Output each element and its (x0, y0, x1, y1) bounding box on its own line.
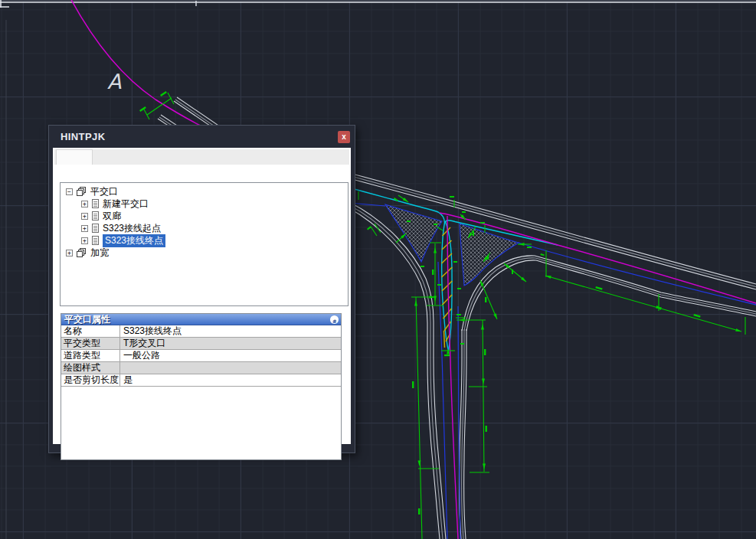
collapse-box-icon[interactable]: − (66, 188, 73, 195)
tree-item-s323-end[interactable]: + S323接线终点 (61, 234, 348, 247)
tree-item-label: 平交口 (90, 185, 118, 198)
collapse-circle-icon[interactable]: » (330, 315, 339, 324)
tab-strip (54, 149, 349, 165)
layers-icon (77, 248, 87, 258)
tree-item-label: 新建平交口 (103, 198, 149, 211)
tree-item-pingjiaokou[interactable]: − 平交口 (61, 185, 348, 198)
expand-box-icon[interactable]: + (81, 237, 88, 244)
expand-box-icon[interactable]: + (81, 201, 88, 207)
tree-item-label: 加宽 (90, 247, 109, 260)
close-icon[interactable]: x (338, 131, 350, 143)
property-label: 绘图样式 (61, 362, 120, 374)
dialog-body: − 平交口 + 新建平交口 + 双廊 + S323接线起点 (53, 148, 351, 444)
property-grid: 平交口属性 » 名称 S323接线终点 平交类型 T形交叉口 道路类型 一般公路… (61, 313, 342, 460)
dialog-tab[interactable] (56, 149, 93, 165)
property-value[interactable]: S323接线终点 (120, 325, 341, 337)
tree-item-shuanglang[interactable]: + 双廊 (61, 210, 348, 222)
expand-box-icon[interactable]: + (81, 213, 88, 220)
tree-item-label-selected: S323接线终点 (103, 234, 165, 247)
cad-workspace: A (0, 0, 756, 539)
dialog-title: HINTPJK (61, 131, 105, 142)
property-value[interactable]: T形交叉口 (120, 338, 341, 349)
intersection-tree[interactable]: − 平交口 + 新建平交口 + 双廊 + S323接线起点 (60, 182, 349, 306)
layers-icon (77, 187, 87, 197)
property-value[interactable] (120, 362, 341, 374)
property-grid-title: 平交口属性 (64, 314, 110, 325)
document-icon (92, 211, 99, 220)
property-label: 名称 (61, 325, 120, 337)
property-label: 平交类型 (61, 338, 120, 349)
property-row-clip-length: 是否剪切长度 是 (61, 374, 341, 387)
tree-item-label: 双廊 (103, 210, 121, 223)
dialog-title-bar[interactable]: HINTPJK (49, 126, 355, 148)
property-value[interactable]: 是 (120, 374, 341, 386)
expand-box-icon[interactable]: + (81, 225, 88, 232)
channelization-island-left (385, 204, 442, 262)
property-label: 是否剪切长度 (61, 374, 120, 386)
property-value[interactable]: 一般公路 (120, 350, 341, 361)
property-row-name: 名称 S323接线终点 (61, 325, 341, 338)
expand-box-icon[interactable]: + (66, 250, 73, 256)
property-row-road-type: 道路类型 一般公路 (61, 350, 341, 362)
property-label: 道路类型 (61, 350, 120, 361)
property-row-draw-style: 绘图样式 (61, 362, 341, 374)
property-grid-header: 平交口属性 » (61, 314, 341, 325)
label-a: A (107, 70, 122, 93)
document-icon (92, 199, 99, 208)
tree-item-label: S323接线起点 (103, 222, 161, 235)
document-icon (92, 224, 99, 233)
property-row-type: 平交类型 T形交叉口 (61, 338, 341, 350)
tree-item-jiakuan[interactable]: + 加宽 (61, 247, 348, 259)
tree-item-s323-start[interactable]: + S323接线起点 (61, 222, 348, 234)
tree-item-new-intersection[interactable]: + 新建平交口 (61, 198, 348, 210)
hintpjk-dialog: HINTPJK x − 平交口 + 新建平交口 + (48, 125, 355, 453)
document-icon (92, 236, 99, 245)
